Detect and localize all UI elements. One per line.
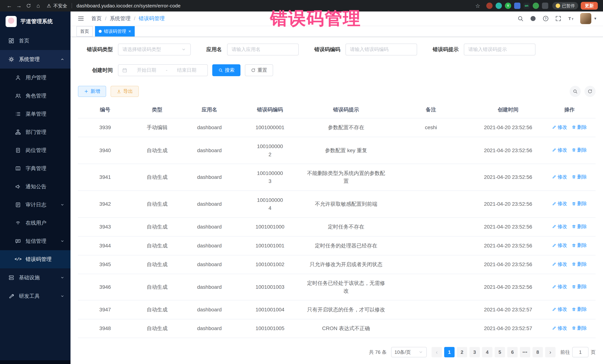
delete-link[interactable]: 删除 — [572, 242, 587, 249]
delete-link[interactable]: 删除 — [572, 261, 587, 268]
reset-button[interactable]: 重置 — [245, 64, 273, 76]
date-range-picker[interactable]: 开始日期 - 结束日期 — [118, 64, 208, 76]
goto-page-input[interactable] — [572, 347, 589, 357]
delete-link[interactable]: 删除 — [572, 283, 587, 290]
cell-app-name: dashboard — [182, 255, 237, 274]
search-icon[interactable] — [517, 15, 524, 22]
caret-down-icon[interactable]: ▾ — [594, 16, 596, 21]
edit-link[interactable]: 修改 — [552, 124, 567, 131]
breadcrumb-item[interactable]: 首页 — [91, 15, 102, 22]
cell-created-time: 2021-04-20 23:52:56 — [473, 118, 543, 137]
next-page-button[interactable]: › — [545, 347, 556, 357]
prev-page-button[interactable]: ‹ — [431, 347, 442, 357]
fullscreen-icon[interactable] — [555, 15, 562, 22]
page-button[interactable]: 5 — [495, 347, 505, 357]
delete-link[interactable]: 删除 — [572, 146, 587, 154]
cell-remark — [389, 218, 473, 236]
pencil-icon — [552, 307, 557, 311]
export-button[interactable]: 导出 — [111, 86, 139, 97]
chevron-down-icon — [418, 350, 423, 355]
sidebar-item[interactable]: 审计日志 — [0, 196, 70, 214]
edit-link[interactable]: 修改 — [552, 306, 567, 313]
sidebar-item[interactable]: 部门管理 — [0, 123, 70, 141]
sidebar-item[interactable]: 通知公告 — [0, 177, 70, 196]
pin-extension-icon[interactable] — [542, 3, 548, 9]
security-indicator[interactable]: ⚠ 不安全 — [47, 3, 67, 9]
pencil-icon — [552, 285, 557, 289]
update-button[interactable]: 更新 — [581, 2, 598, 10]
edit-link[interactable]: 修改 — [552, 325, 567, 332]
edit-link[interactable]: 修改 — [552, 173, 567, 180]
font-size-icon[interactable]: TT — [568, 15, 574, 22]
page-button[interactable]: 3 — [469, 347, 480, 357]
sidebar-item[interactable]: 短信管理 — [0, 232, 70, 250]
tab-close-icon[interactable]: × — [128, 29, 131, 34]
cell-type: 自动生成 — [132, 236, 182, 255]
sidebar-item[interactable]: 基础设施 — [0, 268, 70, 287]
edit-link[interactable]: 修改 — [552, 242, 567, 249]
error-code-input[interactable] — [346, 44, 417, 55]
page-button[interactable]: 8 — [533, 347, 543, 357]
sidebar-item[interactable]: 用户管理 — [0, 69, 70, 87]
tab-item[interactable]: 首页 — [76, 26, 93, 36]
edit-link[interactable]: 修改 — [552, 146, 567, 154]
sidebar-item[interactable]: </>错误码管理 — [0, 250, 70, 268]
refresh-button[interactable] — [584, 86, 596, 97]
app-header: 首页/系统管理/错误码管理 ? TT ▾ — [70, 11, 603, 26]
bookmark-star-icon[interactable]: ☆ — [473, 2, 483, 10]
github-icon[interactable] — [530, 15, 536, 22]
edit-link[interactable]: 修改 — [552, 200, 567, 207]
edit-link[interactable]: 修改 — [552, 261, 567, 268]
green-v-extension-icon[interactable]: V — [505, 3, 511, 9]
page-button[interactable]: 1 — [444, 347, 454, 357]
url-bar[interactable]: dashboard.yudao.iocoder.cn/system/error-… — [76, 3, 181, 9]
edit-link[interactable]: 修改 — [552, 283, 567, 290]
sidebar-item[interactable]: 在线用户 — [0, 214, 70, 232]
sidebar-item[interactable]: 首页 — [0, 32, 70, 50]
logo[interactable]: 芋道管理系统 — [0, 11, 70, 32]
dark-on-extension-icon[interactable]: on — [523, 3, 530, 9]
delete-link-label: 删除 — [577, 146, 587, 154]
help-icon[interactable]: ? — [542, 15, 549, 22]
breadcrumb-item[interactable]: 系统管理 — [110, 15, 131, 22]
delete-link[interactable]: 删除 — [572, 325, 587, 332]
leaf-extension-icon[interactable] — [533, 3, 539, 9]
page-button[interactable]: 4 — [482, 347, 492, 357]
more-pages-button[interactable]: ••• — [520, 347, 530, 357]
delete-link[interactable]: 删除 — [572, 306, 587, 313]
app-name-label: 应用名 — [206, 46, 222, 53]
app-name-input[interactable] — [227, 44, 299, 55]
teal-extension-icon[interactable] — [496, 3, 502, 9]
red-extension-icon[interactable] — [486, 3, 493, 9]
page-button[interactable]: 6 — [507, 347, 518, 357]
forward-icon[interactable]: → — [14, 2, 24, 10]
edit-link[interactable]: 修改 — [552, 223, 567, 230]
sidebar-item[interactable]: 角色管理 — [0, 87, 70, 105]
sidebar-item[interactable]: 研发工具 — [0, 287, 70, 305]
delete-link[interactable]: 删除 — [572, 124, 587, 131]
page-size-select[interactable]: 10条/页 — [391, 347, 427, 357]
paused-pill[interactable]: 已暂停 — [552, 2, 578, 10]
user-avatar[interactable] — [580, 13, 591, 24]
sidebar-item[interactable]: 系统管理 — [0, 50, 70, 69]
add-button[interactable]: 新增 — [78, 86, 106, 97]
back-icon[interactable]: ← — [4, 2, 14, 10]
error-type-select[interactable]: 请选择错误码类型 — [118, 44, 191, 55]
delete-link[interactable]: 删除 — [572, 173, 587, 180]
page-content: 错误码类型 请选择错误码类型 应用名 错误码编码 — [70, 37, 603, 364]
tab-item[interactable]: 错误码管理× — [95, 26, 135, 36]
reload-icon[interactable] — [24, 2, 33, 10]
delete-link[interactable]: 删除 — [572, 200, 587, 207]
sidebar-item[interactable]: 岗位管理 — [0, 141, 70, 159]
sidebar-item[interactable]: 菜单管理 — [0, 105, 70, 123]
sidebar-item[interactable]: 字典管理 — [0, 159, 70, 177]
hamburger-icon[interactable] — [77, 15, 85, 22]
sidebar-collapse-bar[interactable] — [0, 360, 70, 364]
home-icon[interactable]: ⌂ — [33, 2, 43, 10]
search-button[interactable]: 搜索 — [212, 64, 241, 76]
delete-link[interactable]: 删除 — [572, 223, 587, 230]
blue-extension-icon[interactable] — [514, 3, 521, 9]
page-button[interactable]: 2 — [457, 347, 467, 357]
error-hint-input[interactable] — [464, 44, 535, 55]
search-toggle-button[interactable] — [570, 86, 581, 97]
